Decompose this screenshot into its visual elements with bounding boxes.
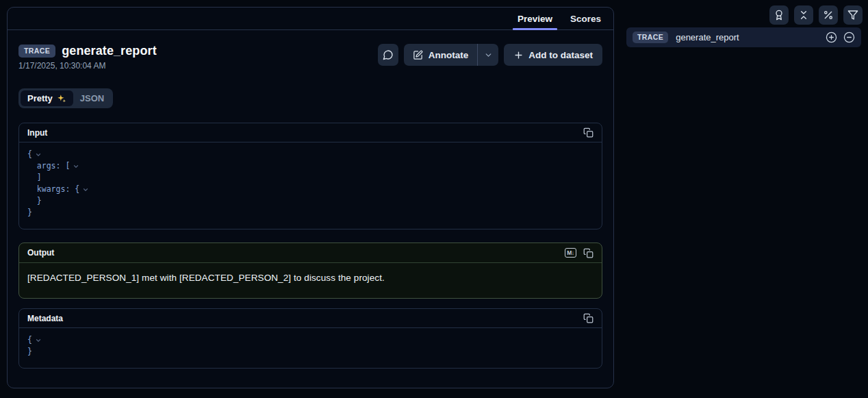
json-code-line: } bbox=[27, 195, 593, 207]
chevron-down-icon[interactable] bbox=[35, 337, 42, 344]
input-section-title: Input bbox=[27, 128, 47, 138]
chevron-down-icon bbox=[484, 51, 493, 60]
input-section: Input { args: [ ] kwargs: { }} bbox=[18, 123, 602, 229]
tree-item-trace[interactable]: TRACE generate_report bbox=[626, 27, 861, 47]
metadata-json-viewer: {} bbox=[19, 328, 602, 368]
trace-action-buttons: Annotate Add to dataset bbox=[378, 44, 602, 66]
copy-icon bbox=[583, 127, 593, 138]
json-code-line: { bbox=[27, 334, 593, 346]
copy-input-button[interactable] bbox=[583, 127, 593, 138]
collapse-all-button[interactable] bbox=[794, 5, 813, 25]
annotate-split-button: Annotate bbox=[404, 44, 499, 66]
collapse-tree-button[interactable] bbox=[843, 32, 855, 43]
json-code-line: kwargs: { bbox=[27, 184, 593, 195]
expand-all-button[interactable] bbox=[826, 32, 837, 43]
output-section-title: Output bbox=[27, 248, 54, 258]
add-to-dataset-button[interactable]: Add to dataset bbox=[504, 44, 602, 66]
json-code-line: } bbox=[27, 346, 593, 358]
add-to-dataset-label: Add to dataset bbox=[528, 50, 593, 60]
json-code-line: ] bbox=[27, 172, 593, 184]
edit-pencil-icon bbox=[413, 50, 423, 60]
trace-timestamp: 1/17/2025, 10:30:04 AM bbox=[18, 61, 157, 71]
preview-scores-tabbar: Preview Scores bbox=[8, 8, 613, 30]
pretty-json-toggle: Pretty JSON bbox=[18, 88, 113, 108]
message-bubble-icon bbox=[383, 49, 394, 60]
award-button[interactable] bbox=[769, 5, 789, 25]
input-json-viewer: { args: [ ] kwargs: { }} bbox=[19, 142, 602, 229]
chevron-down-icon[interactable] bbox=[35, 151, 42, 158]
toggle-json[interactable]: JSON bbox=[73, 90, 111, 106]
copy-metadata-button[interactable] bbox=[583, 313, 593, 323]
json-label: JSON bbox=[80, 93, 104, 103]
trace-heading-block: TRACE generate_report 1/17/2025, 10:30:0… bbox=[18, 44, 157, 71]
tab-scores[interactable]: Scores bbox=[570, 8, 601, 29]
pretty-label: Pretty bbox=[27, 93, 53, 103]
tree-item-title: generate_report bbox=[676, 32, 818, 42]
annotate-button-label: Annotate bbox=[429, 50, 469, 60]
right-toolbar bbox=[769, 5, 863, 25]
markdown-toggle-icon[interactable]: M↓ bbox=[565, 248, 576, 258]
trace-detail-panel: Preview Scores TRACE generate_report 1/1… bbox=[7, 7, 614, 388]
json-code-line: } bbox=[27, 207, 593, 219]
plus-icon bbox=[513, 50, 524, 60]
metadata-section-title: Metadata bbox=[27, 314, 63, 323]
comment-button[interactable] bbox=[378, 44, 398, 66]
award-icon bbox=[774, 10, 784, 21]
sparkles-icon bbox=[57, 94, 66, 103]
filter-button[interactable] bbox=[843, 5, 863, 25]
tab-preview[interactable]: Preview bbox=[518, 8, 552, 29]
copy-icon bbox=[583, 248, 593, 258]
copy-icon bbox=[583, 313, 593, 323]
toggle-pretty[interactable]: Pretty bbox=[21, 90, 73, 106]
percent-icon bbox=[823, 10, 834, 21]
chevron-down-icon[interactable] bbox=[82, 186, 89, 193]
page-title: generate_report bbox=[62, 44, 157, 58]
chevron-down-icon[interactable] bbox=[73, 163, 79, 170]
minus-circle-icon bbox=[843, 32, 855, 43]
json-code-line: { bbox=[27, 149, 593, 160]
plus-circle-icon bbox=[826, 32, 837, 43]
collapse-vertical-icon bbox=[798, 10, 809, 21]
json-code-line: args: [ bbox=[27, 160, 593, 172]
metadata-section: Metadata {} bbox=[18, 308, 602, 369]
trace-type-badge: TRACE bbox=[18, 45, 55, 58]
output-section: Output M↓ [REDACTED_PERSON_1] met with [… bbox=[18, 242, 602, 299]
trace-type-badge: TRACE bbox=[633, 32, 668, 44]
annotate-dropdown-button[interactable] bbox=[478, 44, 498, 66]
output-text: [REDACTED_PERSON_1] met with [REDACTED_P… bbox=[27, 273, 593, 283]
percent-button[interactable] bbox=[819, 5, 838, 25]
copy-output-button[interactable] bbox=[583, 248, 593, 258]
filter-icon bbox=[847, 10, 858, 21]
annotate-button[interactable]: Annotate bbox=[404, 44, 478, 66]
